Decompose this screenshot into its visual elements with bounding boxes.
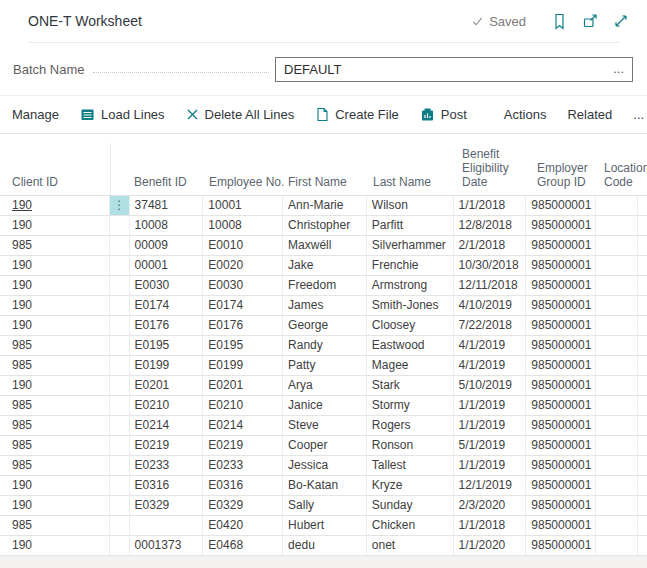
cell-location-code[interactable] <box>596 416 638 435</box>
table-row[interactable]: 190 ⋮ E0316 E0316 Bo-Katan Kryze 12/1/20… <box>0 476 647 496</box>
cell-first-name[interactable]: Arya <box>283 376 367 395</box>
cell-employee-no[interactable]: E0233 <box>203 456 283 475</box>
cell-benefit-id[interactable]: E0233 <box>130 456 204 475</box>
cell-last-name[interactable]: Frenchie <box>367 256 454 275</box>
cell-client-id[interactable]: 985 <box>0 436 110 455</box>
cell-benefit-eligibility-date[interactable]: 2/1/2018 <box>454 236 527 255</box>
cell-location-code[interactable] <box>596 296 638 315</box>
actions-menu[interactable]: Actions <box>504 107 547 122</box>
cell-first-name[interactable]: Ann-Marie <box>283 196 367 215</box>
cell-employer-group-id[interactable]: 985000001 <box>526 456 596 475</box>
cell-location-code[interactable] <box>596 376 638 395</box>
cell-first-name[interactable]: Bo-Katan <box>283 476 367 495</box>
batch-name-value[interactable]: DEFAULT <box>284 62 613 77</box>
cell-last-name[interactable]: Cloosey <box>367 316 454 335</box>
cell-benefit-id[interactable]: E0174 <box>130 296 204 315</box>
cell-employer-group-id[interactable]: 985000001 <box>526 476 596 495</box>
cell-client-id[interactable]: 985 <box>0 456 110 475</box>
cell-employee-no[interactable]: 10001 <box>203 196 283 215</box>
cell-benefit-eligibility-date[interactable]: 4/1/2019 <box>454 356 527 375</box>
column-header-client-id[interactable]: Client ID <box>12 175 58 189</box>
related-menu[interactable]: Related <box>567 107 612 122</box>
cell-client-id[interactable]: 190 <box>0 296 110 315</box>
cell-row-options[interactable]: ⋮ <box>110 436 130 455</box>
cell-employee-no[interactable]: E0219 <box>203 436 283 455</box>
cell-employee-no[interactable]: E0030 <box>203 276 283 295</box>
cell-row-options[interactable]: ⋮ <box>110 256 130 275</box>
cell-employee-no[interactable]: E0316 <box>203 476 283 495</box>
cell-location-code[interactable] <box>596 476 638 495</box>
cell-employer-group-id[interactable]: 985000001 <box>526 536 596 555</box>
cell-row-options[interactable]: ⋮ <box>110 216 130 235</box>
cell-location-code[interactable] <box>596 436 638 455</box>
table-row[interactable]: 985 ⋮ E0199 E0199 Patty Magee 4/1/2019 9… <box>0 356 647 376</box>
cell-employer-group-id[interactable]: 985000001 <box>526 496 596 515</box>
cell-employee-no[interactable]: E0020 <box>203 256 283 275</box>
cell-client-id[interactable]: 190 <box>0 196 110 215</box>
cell-benefit-id[interactable]: E0329 <box>130 496 204 515</box>
cell-location-code[interactable] <box>596 396 638 415</box>
cell-employee-no[interactable]: E0420 <box>203 516 283 535</box>
cell-row-options[interactable]: ⋮ <box>110 336 130 355</box>
table-row[interactable]: 985 ⋮ 00009 E0010 Maxwéll Silverhammer 2… <box>0 236 647 256</box>
cell-location-code[interactable] <box>596 456 638 475</box>
table-row[interactable]: 190 ⋮ E0030 E0030 Freedom Armstrong 12/1… <box>0 276 647 296</box>
cell-employer-group-id[interactable]: 985000001 <box>526 256 596 275</box>
cell-row-options[interactable]: ⋮ <box>110 476 130 495</box>
cell-location-code[interactable] <box>596 496 638 515</box>
cell-employee-no[interactable]: E0210 <box>203 396 283 415</box>
cell-first-name[interactable]: Steve <box>283 416 367 435</box>
cell-first-name[interactable]: Patty <box>283 356 367 375</box>
cell-employee-no[interactable]: E0010 <box>203 236 283 255</box>
table-row[interactable]: 985 ⋮ E0195 E0195 Randy Eastwood 4/1/201… <box>0 336 647 356</box>
cell-last-name[interactable]: Parfitt <box>367 216 454 235</box>
cell-first-name[interactable]: Jake <box>283 256 367 275</box>
bookmark-icon[interactable] <box>552 13 567 30</box>
cell-employer-group-id[interactable]: 985000001 <box>526 296 596 315</box>
table-row[interactable]: 190 ⋮ E0201 E0201 Arya Stark 5/10/2019 9… <box>0 376 647 396</box>
cell-employee-no[interactable]: E0329 <box>203 496 283 515</box>
cell-benefit-eligibility-date[interactable]: 7/22/2018 <box>454 316 527 335</box>
cell-client-id[interactable]: 985 <box>0 416 110 435</box>
cell-benefit-id[interactable]: E0219 <box>130 436 204 455</box>
cell-first-name[interactable]: Christopher <box>283 216 367 235</box>
cell-last-name[interactable]: Chicken <box>367 516 454 535</box>
cell-benefit-eligibility-date[interactable]: 1/1/2019 <box>454 396 527 415</box>
cell-employee-no[interactable]: E0214 <box>203 416 283 435</box>
cell-row-options[interactable]: ⋮ <box>110 416 130 435</box>
cell-client-id[interactable]: 985 <box>0 396 110 415</box>
cell-first-name[interactable]: Maxwéll <box>283 236 367 255</box>
cell-row-options[interactable]: ⋮ <box>110 276 130 295</box>
manage-menu[interactable]: Manage <box>12 107 59 122</box>
cell-benefit-eligibility-date[interactable]: 12/1/2019 <box>454 476 527 495</box>
cell-client-id[interactable]: 190 <box>0 316 110 335</box>
cell-benefit-id[interactable]: 37481 <box>130 196 204 215</box>
column-header-location-code[interactable]: Location C Code <box>604 161 647 189</box>
cell-client-id[interactable]: 985 <box>0 516 110 535</box>
table-row[interactable]: 985 ⋮ E0420 Hubert Chicken 1/1/2018 9850… <box>0 516 647 536</box>
cell-location-code[interactable] <box>596 196 638 215</box>
cell-client-id[interactable]: 985 <box>0 236 110 255</box>
cell-employee-no[interactable]: 10008 <box>203 216 283 235</box>
cell-employer-group-id[interactable]: 985000001 <box>526 216 596 235</box>
cell-row-options[interactable]: ⋮ <box>110 296 130 315</box>
table-row[interactable]: 190 ⋮ E0174 E0174 James Smith-Jones 4/10… <box>0 296 647 316</box>
cell-first-name[interactable]: dedu <box>283 536 367 555</box>
batch-name-input[interactable]: DEFAULT ... <box>275 57 633 82</box>
cell-benefit-id[interactable]: E0210 <box>130 396 204 415</box>
cell-location-code[interactable] <box>596 516 638 535</box>
cell-employee-no[interactable]: E0199 <box>203 356 283 375</box>
table-row[interactable]: 190 ⋮ 10008 10008 Christopher Parfitt 12… <box>0 216 647 236</box>
cell-last-name[interactable]: Tallest <box>367 456 454 475</box>
cell-row-options[interactable]: ⋮ <box>110 376 130 395</box>
cell-row-options[interactable]: ⋮ <box>110 356 130 375</box>
cell-employer-group-id[interactable]: 985000001 <box>526 436 596 455</box>
cell-employer-group-id[interactable]: 985000001 <box>526 276 596 295</box>
cell-benefit-eligibility-date[interactable]: 1/1/2018 <box>454 516 527 535</box>
column-header-benefit-id[interactable]: Benefit ID <box>134 175 187 189</box>
cell-employee-no[interactable]: E0195 <box>203 336 283 355</box>
cell-benefit-eligibility-date[interactable]: 12/11/2018 <box>454 276 527 295</box>
expand-icon[interactable] <box>613 13 629 29</box>
cell-last-name[interactable]: Ronson <box>367 436 454 455</box>
cell-benefit-id[interactable] <box>130 516 204 535</box>
